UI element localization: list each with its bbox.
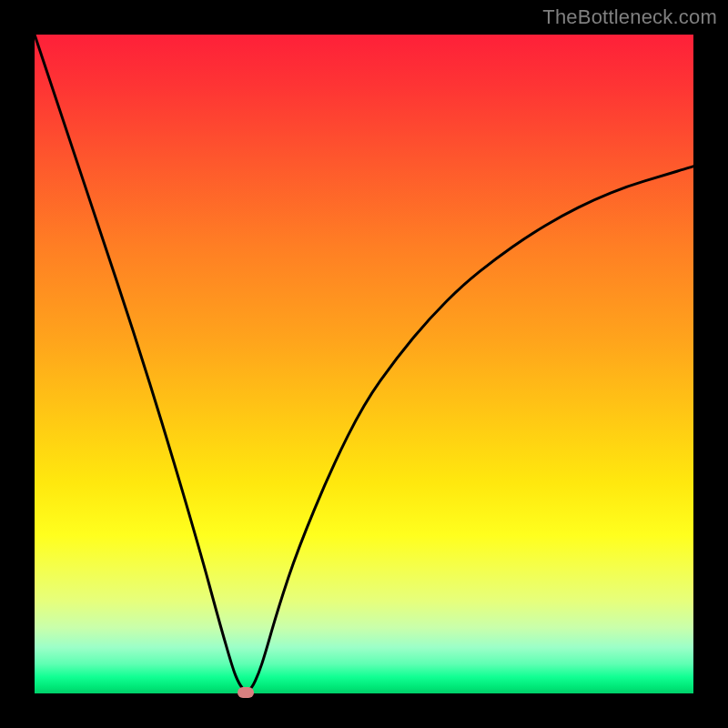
min-marker xyxy=(238,687,254,698)
curve-svg xyxy=(35,35,693,693)
watermark-text: TheBottleneck.com xyxy=(542,5,717,29)
plot-area xyxy=(35,35,693,693)
bottleneck-curve xyxy=(35,35,693,691)
chart-frame: TheBottleneck.com xyxy=(0,0,728,728)
